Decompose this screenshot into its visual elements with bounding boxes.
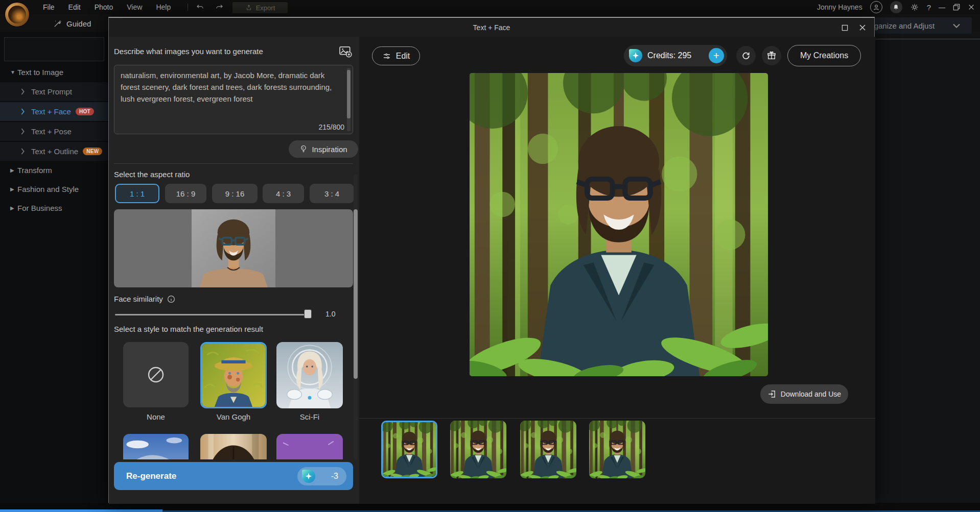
face-similarity-value: 1.0 bbox=[325, 310, 335, 318]
style-tile-scifi[interactable] bbox=[276, 342, 343, 408]
add-credits-button[interactable]: + bbox=[709, 48, 724, 63]
thumbnail-strip-divider bbox=[359, 418, 875, 419]
gift-icon[interactable] bbox=[762, 46, 781, 65]
notifications-bell-icon[interactable] bbox=[890, 1, 902, 13]
chevron-right-icon bbox=[20, 148, 25, 155]
export-button[interactable]: Export bbox=[232, 2, 288, 13]
prompt-scrollbar-thumb[interactable] bbox=[347, 70, 351, 118]
aspect-option-1-1[interactable]: 1 : 1 bbox=[115, 184, 159, 203]
settings-gear-icon[interactable] bbox=[910, 3, 919, 12]
chevron-right-icon bbox=[20, 108, 25, 115]
aspect-option-4-3[interactable]: 4 : 3 bbox=[263, 184, 304, 203]
download-use-icon bbox=[767, 389, 777, 399]
menu-view[interactable]: View bbox=[127, 3, 142, 11]
sliders-icon bbox=[382, 52, 391, 61]
dialog-titlebar[interactable]: Text + Face bbox=[109, 18, 874, 37]
edit-label: Edit bbox=[396, 52, 410, 61]
sidebar-item-text-face[interactable]: Text + Face HOT bbox=[0, 102, 108, 121]
style-name-van-gogh: Van Gogh bbox=[200, 412, 267, 421]
style-tile-van-gogh[interactable] bbox=[200, 342, 267, 408]
guided-button[interactable]: Guided bbox=[53, 17, 91, 30]
prompt-textarea[interactable]: naturalism, environmental art, by Jacob … bbox=[114, 65, 353, 134]
dialog-close-icon[interactable] bbox=[856, 22, 869, 33]
sidebar-item-label: Text + Face bbox=[31, 107, 71, 116]
sidebar-section-label: Text to Image bbox=[17, 68, 63, 77]
toolbar-separator bbox=[188, 4, 188, 11]
variant-thumbnail-2[interactable] bbox=[450, 421, 506, 478]
generated-image bbox=[470, 73, 768, 376]
window-titlebar: File Edit Photo View Help Export Jonny H… bbox=[0, 0, 980, 14]
sidebar-section-fashion-and-style[interactable]: ▶ Fashion and Style bbox=[0, 180, 108, 199]
style-tile-none[interactable] bbox=[123, 342, 189, 407]
face-similarity-slider-track[interactable] bbox=[115, 314, 311, 315]
my-creations-button[interactable]: My Creations bbox=[787, 45, 861, 66]
face-similarity-label: Face similarity bbox=[114, 295, 163, 303]
my-creations-label: My Creations bbox=[800, 51, 848, 60]
magic-wand-icon bbox=[53, 19, 62, 28]
maximize-icon[interactable] bbox=[953, 4, 960, 11]
sidebar-section-label: Transform bbox=[17, 166, 52, 175]
sidebar-section-label: Fashion and Style bbox=[17, 185, 79, 193]
avatar-icon[interactable] bbox=[870, 1, 882, 13]
sidebar-item-label: Text + Pose bbox=[31, 127, 72, 136]
download-and-use-button[interactable]: Download and Use bbox=[760, 384, 848, 404]
aspect-option-label: 1 : 1 bbox=[130, 189, 145, 198]
close-window-icon[interactable] bbox=[968, 4, 975, 11]
add-image-icon[interactable] bbox=[339, 45, 353, 59]
download-and-use-label: Download and Use bbox=[781, 390, 841, 398]
sidebar-section-text-to-image[interactable]: ▼ Text to Image bbox=[0, 63, 108, 82]
menu-file[interactable]: File bbox=[43, 3, 55, 11]
aspect-option-label: 3 : 4 bbox=[324, 189, 339, 198]
triangle-right-icon: ▶ bbox=[10, 186, 17, 192]
aspect-option-3-4[interactable]: 3 : 4 bbox=[310, 184, 354, 203]
sidebar-top-panel bbox=[4, 37, 104, 61]
inspiration-button[interactable]: Inspiration bbox=[289, 140, 358, 158]
user-name: Jonny Haynes bbox=[817, 3, 862, 11]
credit-cost-pill: -3 bbox=[297, 467, 346, 485]
variant-thumbnail-3[interactable] bbox=[520, 421, 576, 478]
menu-help[interactable]: Help bbox=[156, 3, 171, 11]
undo-icon[interactable] bbox=[195, 3, 205, 12]
dialog-maximize-icon[interactable] bbox=[838, 22, 851, 33]
sidebar-section-for-business[interactable]: ▶ For Business bbox=[0, 199, 108, 217]
new-badge: NEW bbox=[83, 148, 102, 155]
face-photo bbox=[192, 209, 275, 287]
prompt-label: Describe what images you want to generat… bbox=[114, 47, 263, 56]
triangle-down-icon: ▼ bbox=[10, 69, 17, 75]
aspect-option-9-16[interactable]: 9 : 16 bbox=[212, 184, 258, 203]
face-reference-image[interactable] bbox=[114, 209, 353, 287]
info-icon[interactable] bbox=[167, 295, 175, 303]
refresh-icon[interactable] bbox=[736, 46, 756, 65]
triangle-right-icon: ▶ bbox=[10, 205, 17, 211]
panel-scrollbar-thumb[interactable] bbox=[354, 209, 358, 379]
menu-edit[interactable]: Edit bbox=[68, 3, 81, 11]
credit-icon bbox=[629, 49, 642, 62]
regenerate-label: Re-generate bbox=[126, 471, 176, 481]
variant-thumbnail-4[interactable] bbox=[589, 421, 645, 478]
aspect-option-16-9[interactable]: 16 : 9 bbox=[165, 184, 206, 203]
credits-pill[interactable]: Credits: 295 + bbox=[624, 45, 727, 66]
prompt-text: naturalism, environmental art, by Jacob … bbox=[121, 69, 340, 105]
sidebar-item-text-pose[interactable]: Text + Pose bbox=[0, 121, 108, 141]
sidebar-section-transform[interactable]: ▶ Transform bbox=[0, 161, 108, 180]
inspiration-label: Inspiration bbox=[312, 145, 347, 154]
sidebar-item-label: Text + Outline bbox=[31, 147, 78, 156]
edit-button[interactable]: Edit bbox=[372, 46, 420, 65]
sidebar: ▼ Text to Image Text Prompt Text + Face … bbox=[0, 32, 108, 503]
aspect-ratio-label: Select the aspect ratio bbox=[114, 170, 190, 179]
redo-icon[interactable] bbox=[215, 3, 224, 12]
variant-thumbnail-1[interactable] bbox=[381, 421, 437, 478]
hot-badge: HOT bbox=[76, 108, 94, 115]
chevron-right-icon bbox=[20, 88, 25, 95]
face-similarity-slider-handle[interactable] bbox=[304, 309, 312, 319]
minimize-icon[interactable]: — bbox=[939, 4, 945, 11]
menu-photo[interactable]: Photo bbox=[95, 3, 113, 11]
preview-panel: Edit Credits: 295 + My Creations bbox=[359, 37, 875, 504]
help-icon[interactable]: ? bbox=[927, 3, 931, 12]
sidebar-item-text-outline[interactable]: Text + Outline NEW bbox=[0, 141, 108, 161]
sidebar-item-text-prompt[interactable]: Text Prompt bbox=[0, 82, 108, 101]
sidebar-item-label: Text Prompt bbox=[31, 87, 72, 96]
style-name-none: None bbox=[123, 412, 189, 421]
regenerate-button[interactable]: Re-generate -3 bbox=[114, 462, 353, 490]
export-icon bbox=[245, 4, 252, 11]
